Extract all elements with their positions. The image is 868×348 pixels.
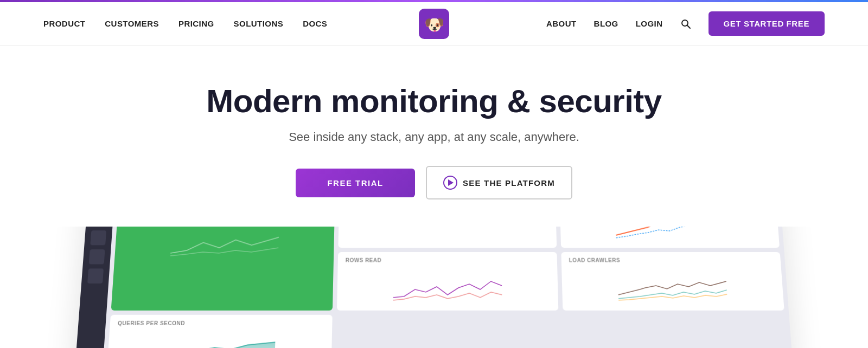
- nav-blog[interactable]: BLOG: [594, 19, 618, 28]
- hero-buttons: FREE TRIAL SEE THE PLATFORM: [296, 166, 572, 199]
- load-crawlers-card: Load crawlers: [561, 252, 784, 311]
- sidebar-dot-3: [90, 230, 106, 245]
- see-platform-button[interactable]: SEE THE PLATFORM: [426, 166, 572, 199]
- query-load-card: Query load: [338, 227, 557, 248]
- nav-logo[interactable]: 🐶: [418, 8, 450, 40]
- search-button[interactable]: [680, 18, 691, 29]
- nav-solutions[interactable]: SOLUTIONS: [234, 19, 284, 28]
- nav-docs[interactable]: DOCS: [303, 19, 327, 28]
- get-started-button[interactable]: GET STARTED FREE: [709, 11, 825, 36]
- svg-text:🐶: 🐶: [424, 15, 445, 35]
- nav-pricing[interactable]: PRICING: [178, 19, 214, 28]
- sidebar-dot-5: [87, 268, 104, 283]
- dashboard-grid: Throughput 97.5M pps Query load: [101, 227, 794, 348]
- qps-chart: [114, 328, 324, 348]
- dashboard-mock: Throughput 97.5M pps Query load: [74, 227, 794, 348]
- search-icon: [680, 18, 691, 29]
- rows-read-card: Rows read: [337, 252, 558, 311]
- svg-line-3: [687, 25, 690, 28]
- nav-right: ABOUT BLOG LOGIN GET STARTED FREE: [546, 11, 825, 36]
- qps-title: Queries per second: [118, 320, 325, 326]
- load-crawlers-title: Load crawlers: [569, 257, 774, 263]
- hero-title: Modern monitoring & security: [206, 83, 661, 119]
- see-platform-label: SEE THE PLATFORM: [463, 178, 555, 188]
- load-chart: [567, 227, 771, 241]
- sidebar-dot-4: [89, 249, 105, 264]
- crawlers-chart: [569, 265, 776, 302]
- nav-about[interactable]: ABOUT: [546, 19, 577, 28]
- dashboard-preview: Throughput 97.5M pps Query load: [43, 227, 825, 348]
- nav-customers[interactable]: CUSTOMERS: [105, 19, 159, 28]
- play-triangle-icon: [448, 179, 454, 186]
- nav-login[interactable]: LOGIN: [636, 19, 663, 28]
- load-card: Load: [559, 227, 780, 248]
- qps-card: Queries per second: [106, 315, 333, 348]
- svg-marker-4: [164, 342, 276, 348]
- perf-value: 97.5M: [124, 227, 194, 228]
- free-trial-button[interactable]: FREE TRIAL: [296, 169, 415, 197]
- nav-product[interactable]: PRODUCT: [43, 19, 85, 28]
- hero-section: Modern monitoring & security See inside …: [0, 46, 868, 348]
- play-icon: [443, 176, 457, 190]
- perf-sparkline: [122, 232, 327, 259]
- performance-card: Throughput 97.5M pps: [111, 227, 335, 311]
- nav-right-links: ABOUT BLOG LOGIN: [546, 19, 662, 28]
- nav-left-links: PRODUCT CUSTOMERS PRICING SOLUTIONS DOCS: [43, 19, 327, 28]
- rows-chart: [344, 265, 551, 302]
- main-nav: PRODUCT CUSTOMERS PRICING SOLUTIONS DOCS…: [0, 2, 868, 46]
- rows-read-title: Rows read: [346, 257, 550, 263]
- hero-subtitle: See inside any stack, any app, at any sc…: [289, 130, 579, 144]
